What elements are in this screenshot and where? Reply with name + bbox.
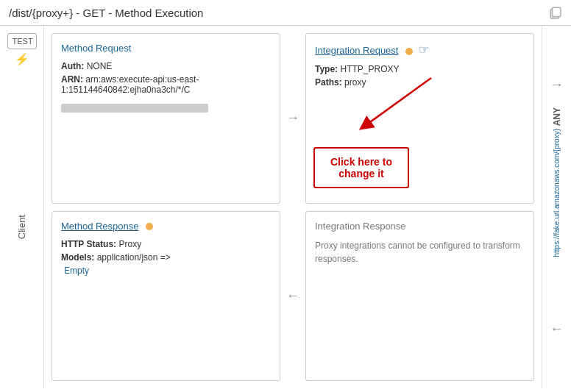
title-bar: /dist/{proxy+} - GET - Method Execution bbox=[0, 0, 571, 26]
integration-paths: Paths: proxy bbox=[315, 77, 525, 88]
arn-label: ARN: bbox=[61, 74, 83, 85]
method-response-title[interactable]: Method Response bbox=[61, 221, 271, 232]
svg-rect-1 bbox=[553, 7, 561, 16]
bottom-row: Method Response HTTP Status: Proxy Model… bbox=[52, 211, 534, 382]
type-label: Type: bbox=[315, 64, 338, 74]
test-button[interactable]: TEST bbox=[7, 33, 37, 49]
lightning-icon: ⚡ bbox=[15, 52, 29, 66]
type-value: HTTP_PROXY bbox=[340, 64, 399, 74]
method-request-arn: ARN: arn:aws:execute-api:us-east-1:15114… bbox=[61, 74, 271, 95]
method-response-link[interactable]: Method Response bbox=[61, 221, 139, 232]
http-status-value: Proxy bbox=[118, 239, 141, 249]
paths-label: Paths: bbox=[315, 77, 342, 88]
arrow-left-sidebar-bottom: ← bbox=[545, 321, 570, 337]
arrow-right-top: → bbox=[280, 110, 305, 126]
main-content: TEST ⚡ Client Method Request Auth: NONE … bbox=[0, 26, 571, 388]
client-label: Client bbox=[16, 215, 27, 239]
center-area: Method Request Auth: NONE ARN: arn:aws:e… bbox=[44, 26, 542, 388]
method-response-status: HTTP Status: Proxy bbox=[61, 239, 271, 249]
integration-request-title[interactable]: Integration Request ☞ bbox=[315, 43, 525, 57]
auth-value: NONE bbox=[87, 61, 113, 71]
models-subvalue: Empty bbox=[64, 266, 271, 276]
integration-type: Type: HTTP_PROXY bbox=[315, 64, 525, 74]
arrow-right-sidebar-top: → bbox=[545, 77, 570, 93]
callout-box[interactable]: Click here to change it bbox=[313, 147, 409, 188]
copy-icon[interactable] bbox=[549, 6, 562, 19]
paths-value: proxy bbox=[344, 77, 366, 88]
any-label: ANY bbox=[552, 107, 562, 126]
method-request-title[interactable]: Method Request bbox=[61, 43, 271, 54]
method-response-card: Method Response HTTP Status: Proxy Model… bbox=[52, 211, 280, 382]
method-response-models: Models: application/json => bbox=[61, 252, 271, 263]
indicator-dot-integration bbox=[405, 48, 413, 55]
method-request-auth: Auth: NONE bbox=[61, 61, 271, 71]
left-sidebar: TEST ⚡ Client bbox=[0, 26, 44, 388]
callout-text: Click here to change it bbox=[330, 156, 392, 179]
models-label: Models: bbox=[61, 252, 94, 263]
cursor-icon: ☞ bbox=[419, 43, 429, 57]
integration-request-link[interactable]: Integration Request bbox=[315, 45, 398, 56]
arrow-left-bottom: ← bbox=[280, 288, 305, 304]
top-row: Method Request Auth: NONE ARN: arn:aws:e… bbox=[52, 33, 534, 204]
method-request-card: Method Request Auth: NONE ARN: arn:aws:e… bbox=[52, 33, 280, 204]
integration-response-title: Integration Response bbox=[315, 221, 525, 232]
http-status-label: HTTP Status: bbox=[61, 239, 116, 249]
indicator-dot-response bbox=[146, 223, 153, 230]
models-value: application/json => bbox=[97, 252, 171, 263]
right-sidebar: → ANY https://fake.url.amazonaws.com/{pr… bbox=[542, 26, 571, 388]
card-bar bbox=[61, 104, 208, 113]
auth-label: Auth: bbox=[61, 61, 84, 71]
integration-request-card: Integration Request ☞ Type: HTTP_PROXY P… bbox=[305, 33, 534, 204]
page-title: /dist/{proxy+} - GET - Method Execution bbox=[9, 7, 549, 19]
integration-response-message: Proxy integrations cannot be configured … bbox=[315, 239, 525, 266]
url-label: https://fake.url.amazonaws.com/{proxy} bbox=[553, 129, 561, 257]
integration-response-card: Integration Response Proxy integrations … bbox=[305, 211, 534, 382]
